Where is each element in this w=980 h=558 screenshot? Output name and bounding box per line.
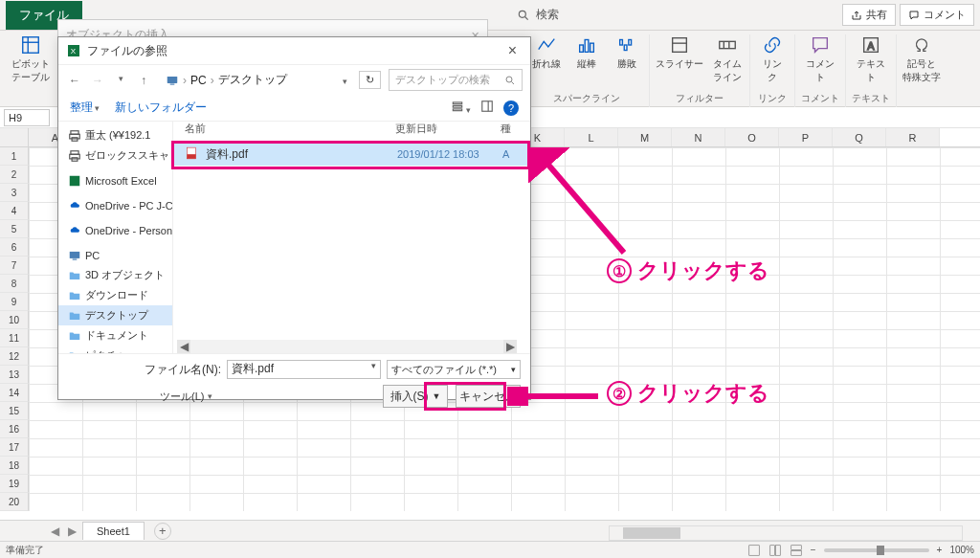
view-normal-icon[interactable]: [747, 544, 761, 557]
name-box[interactable]: H9: [4, 109, 50, 126]
filetype-select[interactable]: すべてのファイル (*.*)▾: [387, 360, 521, 379]
row-header[interactable]: 10: [0, 311, 29, 329]
view-layout-icon[interactable]: [768, 544, 782, 557]
column-header[interactable]: P: [779, 128, 833, 146]
refresh-button[interactable]: ↻: [359, 71, 381, 89]
nav-up-button[interactable]: ↑: [135, 74, 152, 87]
nav-forward-button[interactable]: →: [89, 74, 106, 87]
row-header[interactable]: 5: [0, 220, 29, 238]
zoom-out[interactable]: −: [811, 545, 816, 555]
slicer-icon: [669, 34, 690, 56]
row-header[interactable]: 9: [0, 293, 29, 311]
file-list[interactable]: 名前 更新日時 種 資料.pdf 2019/01/12 18:03 A ◀▶: [173, 122, 530, 353]
sidebar-item[interactable]: ピクチャ: [58, 346, 172, 353]
sidebar-item[interactable]: ゼロックススキャ: [58, 145, 172, 166]
sidebar-item[interactable]: 重太 (¥¥192.1: [58, 125, 172, 145]
col-header-date[interactable]: 更新日時: [395, 122, 501, 142]
sheet-add-button[interactable]: +: [154, 523, 171, 540]
sheet-nav-prev[interactable]: ◀: [48, 525, 61, 538]
breadcrumb-pc[interactable]: PC: [190, 74, 207, 87]
symbol-button[interactable]: 記号と 特殊文字: [902, 34, 941, 84]
sidebar-item[interactable]: ドキュメント: [58, 325, 172, 346]
row-header[interactable]: 6: [0, 238, 29, 257]
insert-button[interactable]: 挿入(S)▼: [383, 385, 448, 408]
sheet-nav-next[interactable]: ▶: [65, 525, 78, 538]
row-header[interactable]: 17: [0, 438, 29, 457]
row-header[interactable]: 15: [0, 402, 29, 420]
row-header[interactable]: 11: [0, 329, 29, 347]
organize-menu[interactable]: 整理: [70, 100, 100, 116]
column-header[interactable]: L: [565, 128, 618, 146]
winloss-icon: [616, 34, 637, 56]
sidebar-item[interactable]: Microsoft Excel: [58, 171, 172, 190]
nav-back-button[interactable]: ←: [66, 74, 83, 87]
sidebar-item[interactable]: 3D オブジェクト: [58, 265, 172, 285]
cancel-button[interactable]: キャンセル: [456, 385, 521, 408]
tools-menu[interactable]: ツール(L): [160, 390, 212, 404]
row-header[interactable]: 4: [0, 202, 29, 220]
help-button[interactable]: ?: [503, 100, 519, 116]
column-header[interactable]: R: [886, 128, 940, 146]
breadcrumb-desktop[interactable]: デスクトップ: [218, 72, 287, 88]
row-header[interactable]: 16: [0, 420, 29, 438]
row-header[interactable]: 2: [0, 166, 29, 184]
file-list-hscroll[interactable]: ◀▶: [177, 340, 517, 353]
col-header-type[interactable]: 種: [501, 122, 530, 142]
row-header[interactable]: 1: [0, 147, 29, 166]
new-folder-button[interactable]: 新しいフォルダー: [115, 100, 207, 116]
row-header[interactable]: 12: [0, 347, 29, 366]
view-options-button[interactable]: [451, 100, 471, 116]
comment-bubble-icon: [810, 34, 831, 56]
row-header[interactable]: 7: [0, 257, 29, 275]
horizontal-scrollbar[interactable]: [609, 525, 963, 541]
text-button[interactable]: Aテキス ト: [855, 34, 887, 84]
search-area[interactable]: 検索: [517, 7, 559, 23]
sheet-tab-sheet1[interactable]: Sheet1: [82, 522, 145, 540]
column-header[interactable]: N: [672, 128, 725, 146]
file-browser-close-button[interactable]: ×: [502, 42, 523, 59]
row-header[interactable]: 8: [0, 275, 29, 293]
row-header[interactable]: 3: [0, 184, 29, 202]
zoom-in[interactable]: +: [937, 545, 943, 555]
sidebar-item[interactable]: OneDrive - PC J-C: [58, 196, 172, 215]
row-header[interactable]: 19: [0, 475, 29, 493]
column-header[interactable]: O: [725, 128, 779, 146]
nav-history-dropdown[interactable]: ▾: [112, 74, 129, 87]
link-icon: [762, 34, 783, 56]
view-pagebreak-icon[interactable]: [790, 544, 803, 557]
comment-label: コメント: [924, 8, 966, 22]
sidebar-item[interactable]: ダウンロード: [58, 285, 172, 305]
file-search-input[interactable]: デスクトップの検索: [389, 69, 523, 91]
share-button[interactable]: 共有: [842, 4, 896, 26]
ribbon-comment-button[interactable]: コメン ト: [804, 34, 836, 84]
svg-rect-40: [70, 176, 80, 187]
comment-button[interactable]: コメント: [900, 4, 974, 26]
pivot-table-button[interactable]: ピボット テーブル: [11, 34, 50, 84]
sparkline-column-button[interactable]: 縦棒: [570, 34, 603, 71]
timeline-button[interactable]: タイム ライン: [711, 34, 744, 84]
file-row-selected[interactable]: 資料.pdf 2019/01/12 18:03 A: [173, 143, 530, 166]
slicer-button[interactable]: スライサー: [656, 34, 703, 71]
sparkline-line-button[interactable]: 折れ線: [530, 34, 563, 71]
row-header[interactable]: 13: [0, 366, 29, 384]
link-button[interactable]: リン ク: [756, 34, 789, 84]
pdf-icon: [185, 146, 200, 163]
sparkline-wl-label: 勝敗: [617, 57, 636, 71]
preview-pane-button[interactable]: [480, 100, 494, 116]
breadcrumb-dropdown[interactable]: [341, 74, 347, 87]
col-header-name[interactable]: 名前: [185, 122, 395, 142]
row-header[interactable]: 18: [0, 457, 29, 475]
row-header[interactable]: 14: [0, 384, 29, 402]
row-header[interactable]: 20: [0, 493, 29, 511]
sidebar-item[interactable]: OneDrive - Person: [58, 221, 172, 240]
text-group-label: テキスト: [852, 92, 890, 107]
zoom-slider[interactable]: [824, 548, 929, 552]
sidebar-item[interactable]: デスクトップ: [58, 305, 172, 325]
sparkline-winloss-button[interactable]: 勝敗: [611, 34, 643, 71]
filename-input[interactable]: 資料.pdf▾: [227, 360, 381, 379]
breadcrumb[interactable]: › PC › デスクトップ: [166, 72, 351, 88]
sidebar-item[interactable]: PC: [58, 246, 172, 265]
column-header[interactable]: M: [618, 128, 672, 146]
column-header[interactable]: Q: [833, 128, 886, 146]
sidebar-item-label: ドキュメント: [85, 328, 148, 343]
